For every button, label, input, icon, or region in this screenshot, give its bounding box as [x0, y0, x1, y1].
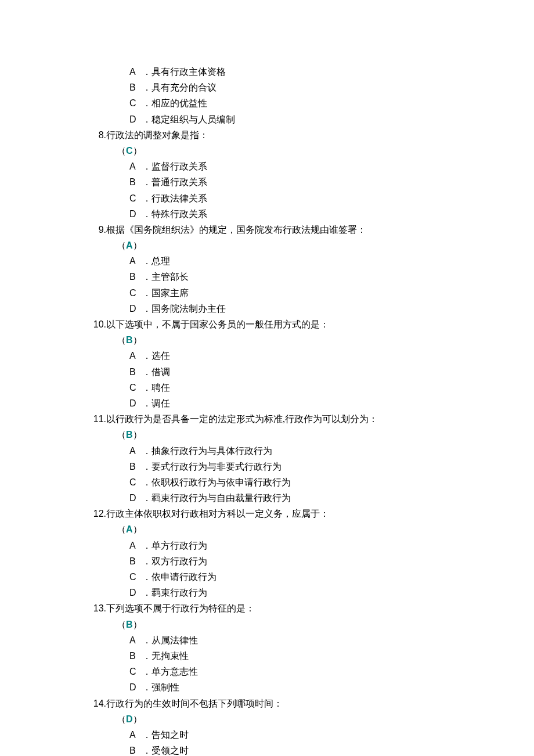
option-text: 抽象行政行为与具体行政行为	[151, 446, 272, 456]
answer-line: （A）	[81, 521, 453, 537]
option-period: ．	[142, 667, 151, 676]
question-number: 10.	[90, 316, 106, 332]
option-line: D．羁束行政行为与自由裁量行政行为	[81, 490, 453, 506]
paren-close: ）	[133, 430, 142, 440]
option-letter: C	[129, 285, 142, 301]
option-period: ．	[142, 651, 151, 661]
option-text: 借调	[151, 367, 170, 377]
option-text: 具有行政主体资格	[151, 67, 226, 77]
option-letter: D	[129, 679, 142, 695]
option-letter: B	[129, 648, 142, 664]
option-letter: A	[129, 348, 142, 363]
option-letter: B	[129, 174, 142, 190]
paren-open: （	[117, 146, 126, 156]
option-line: D．调任	[81, 395, 453, 411]
option-letter: C	[129, 474, 142, 490]
answer-letter: B	[126, 620, 133, 629]
option-text: 特殊行政关系	[151, 209, 207, 219]
option-period: ．	[142, 288, 151, 298]
option-letter: B	[129, 743, 142, 756]
option-letter: B	[129, 364, 142, 380]
option-text: 稳定组织与人员编制	[151, 114, 235, 124]
option-text: 相应的优益性	[151, 98, 207, 108]
question-text: 行政法的调整对象是指：	[106, 130, 208, 140]
option-letter: C	[129, 380, 142, 395]
option-letter: D	[129, 111, 142, 127]
option-period: ．	[142, 304, 151, 314]
option-period: ．	[142, 67, 151, 77]
option-period: ．	[142, 730, 151, 740]
paren-close: ）	[133, 524, 142, 534]
option-text: 行政法律关系	[151, 193, 207, 203]
option-line: B．要式行政行为与非要式行政行为	[81, 459, 453, 474]
question-number: 9.	[90, 222, 106, 237]
option-period: ．	[142, 541, 151, 550]
question-stem: 14.行政行为的生效时间不包括下列哪项时间：	[81, 696, 453, 711]
option-letter: C	[129, 95, 142, 111]
option-letter: B	[129, 553, 142, 569]
answer-letter: A	[126, 240, 133, 250]
answer-letter: C	[126, 146, 133, 156]
option-text: 单方意志性	[151, 667, 198, 676]
option-line: A．监督行政关系	[81, 159, 453, 174]
answer-letter: B	[126, 335, 133, 345]
option-period: ．	[142, 367, 151, 377]
option-letter: A	[129, 443, 142, 459]
question-stem: 12.行政主体依职权对行政相对方科以一定义务，应属于：	[81, 506, 453, 521]
question-text: 下列选项不属于行政行为特征的是：	[106, 603, 255, 613]
option-line: C．聘任	[81, 380, 453, 395]
option-letter: D	[129, 490, 142, 506]
option-line: A．从属法律性	[81, 632, 453, 648]
question-number: 14.	[90, 696, 106, 711]
option-text: 依申请行政行为	[151, 572, 217, 582]
option-text: 无拘束性	[151, 651, 189, 661]
option-line: D．强制性	[81, 679, 453, 695]
option-text: 羁束行政行为	[151, 588, 207, 597]
paren-close: ）	[133, 146, 142, 156]
answer-letter: D	[126, 714, 133, 724]
question-text: 行政行为的生效时间不包括下列哪项时间：	[106, 699, 283, 708]
option-letter: C	[129, 664, 142, 679]
option-period: ．	[142, 477, 151, 487]
option-text: 调任	[151, 398, 170, 408]
option-line: A．抽象行政行为与具体行政行为	[81, 443, 453, 459]
paren-open: （	[117, 714, 126, 724]
question-number: 11.	[90, 411, 106, 427]
option-text: 国务院法制办主任	[151, 304, 226, 314]
question-text: 以行政行为是否具备一定的法定形式为标准,行政作为可以划分为：	[106, 414, 378, 424]
option-line: C．依申请行政行为	[81, 569, 453, 585]
question-text: 根据《国务院组织法》的规定，国务院发布行政法规由谁签署：	[106, 225, 366, 235]
paren-open: （	[117, 620, 126, 629]
option-period: ．	[142, 682, 151, 692]
answer-line: （B）	[81, 427, 453, 442]
answer-line: （D）	[81, 711, 453, 727]
option-text: 总理	[151, 256, 170, 266]
answer-line: （B）	[81, 617, 453, 632]
option-text: 强制性	[151, 682, 179, 692]
option-letter: B	[129, 269, 142, 285]
option-line: D．稳定组织与人员编制	[81, 111, 453, 127]
option-line: B．主管部长	[81, 269, 453, 285]
option-line: C．依职权行政行为与依申请行政行为	[81, 474, 453, 490]
option-period: ．	[142, 114, 151, 124]
option-line: A．选任	[81, 348, 453, 363]
paren-open: （	[117, 524, 126, 534]
option-period: ．	[142, 351, 151, 361]
option-text: 单方行政行为	[151, 541, 207, 550]
option-line: A．总理	[81, 253, 453, 269]
option-line: C．行政法律关系	[81, 190, 453, 206]
option-letter: C	[129, 190, 142, 206]
answer-line: （A）	[81, 237, 453, 253]
option-letter: A	[129, 632, 142, 648]
option-line: B．受领之时	[81, 743, 453, 756]
question-text: 以下选项中，不属于国家公务员的一般任用方式的是：	[106, 319, 329, 329]
question-stem: 10.以下选项中，不属于国家公务员的一般任用方式的是：	[81, 316, 453, 332]
option-line: C．国家主席	[81, 285, 453, 301]
option-text: 羁束行政行为与自由裁量行政行为	[151, 493, 291, 503]
option-text: 受领之时	[151, 746, 189, 755]
option-line: A．单方行政行为	[81, 538, 453, 553]
option-letter: D	[129, 395, 142, 411]
option-period: ．	[142, 193, 151, 203]
question-number: 13.	[90, 600, 106, 616]
option-line: B．双方行政行为	[81, 553, 453, 569]
